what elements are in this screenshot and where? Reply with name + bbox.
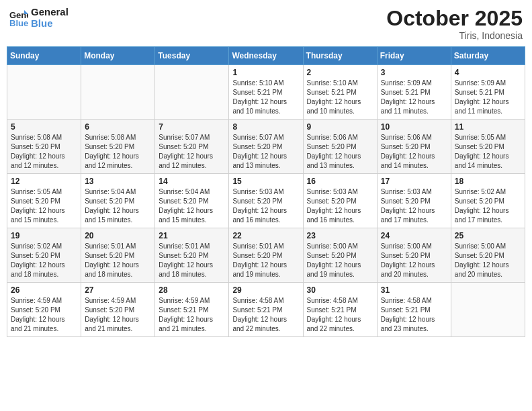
day-info-line: and 14 minutes. — [381, 161, 447, 171]
calendar-cell: 31Sunrise: 4:58 AMSunset: 5:21 PMDayligh… — [377, 283, 451, 337]
calendar-cell: 23Sunrise: 5:00 AMSunset: 5:20 PMDayligh… — [303, 228, 377, 283]
day-info-line: Sunrise: 5:06 AM — [381, 133, 447, 142]
day-number: 6 — [85, 122, 151, 132]
day-info-line: Daylight: 12 hours — [232, 152, 299, 161]
day-info-line: Sunset: 5:21 PM — [232, 88, 299, 97]
day-number: 17 — [381, 177, 447, 186]
calendar-cell: 5Sunrise: 5:08 AMSunset: 5:20 PMDaylight… — [7, 120, 81, 174]
day-info-line: and 20 minutes. — [381, 270, 447, 279]
day-info-line: Sunset: 5:20 PM — [85, 142, 151, 152]
day-info: Sunrise: 5:06 AMSunset: 5:20 PMDaylight:… — [381, 133, 447, 171]
day-info-line: Sunset: 5:20 PM — [381, 251, 447, 261]
day-info-line: and 13 minutes. — [232, 161, 299, 171]
calendar-body: 1Sunrise: 5:10 AMSunset: 5:21 PMDaylight… — [7, 65, 525, 337]
day-info-line: Sunset: 5:20 PM — [455, 251, 521, 261]
calendar-cell: 18Sunrise: 5:02 AMSunset: 5:20 PMDayligh… — [451, 174, 525, 228]
day-info: Sunrise: 5:09 AMSunset: 5:21 PMDaylight:… — [455, 79, 521, 116]
day-info: Sunrise: 5:07 AMSunset: 5:20 PMDaylight:… — [232, 133, 299, 171]
day-info-line: and 12 minutes. — [11, 161, 77, 171]
day-info-line: Sunset: 5:20 PM — [159, 142, 225, 152]
day-info-line: Sunrise: 4:58 AM — [232, 296, 299, 306]
day-info-line: Daylight: 12 hours — [455, 97, 521, 107]
day-info-line: Sunset: 5:20 PM — [11, 251, 77, 261]
day-info-line: and 18 minutes. — [159, 270, 225, 279]
day-info-line: Daylight: 12 hours — [307, 97, 373, 107]
day-info-line: Daylight: 12 hours — [307, 206, 373, 216]
day-number: 22 — [232, 231, 299, 240]
day-info-line: Sunrise: 4:59 AM — [85, 296, 151, 306]
day-number: 30 — [307, 285, 373, 295]
calendar-cell: 10Sunrise: 5:06 AMSunset: 5:20 PMDayligh… — [377, 120, 451, 174]
dow-header: Saturday — [451, 47, 525, 65]
calendar-cell: 1Sunrise: 5:10 AMSunset: 5:21 PMDaylight… — [229, 65, 303, 120]
day-info-line: Sunset: 5:20 PM — [455, 142, 521, 152]
day-info-line: Sunrise: 5:10 AM — [232, 79, 299, 88]
calendar-cell: 25Sunrise: 5:00 AMSunset: 5:20 PMDayligh… — [451, 228, 525, 283]
day-info: Sunrise: 4:58 AMSunset: 5:21 PMDaylight:… — [381, 296, 447, 334]
day-info-line: Daylight: 12 hours — [307, 315, 373, 324]
day-info-line: Daylight: 12 hours — [381, 315, 447, 324]
calendar-cell: 7Sunrise: 5:07 AMSunset: 5:20 PMDaylight… — [155, 120, 229, 174]
calendar-cell: 15Sunrise: 5:03 AMSunset: 5:20 PMDayligh… — [229, 174, 303, 228]
day-number: 3 — [381, 68, 447, 77]
day-info-line: Sunrise: 5:00 AM — [307, 242, 373, 251]
day-info-line: Daylight: 12 hours — [11, 206, 77, 216]
day-info-line: Daylight: 12 hours — [85, 152, 151, 161]
dow-header: Friday — [377, 47, 451, 65]
day-info-line: Daylight: 12 hours — [455, 152, 521, 161]
day-info-line: Sunset: 5:20 PM — [381, 197, 447, 206]
day-info-line: Sunrise: 5:04 AM — [159, 187, 225, 197]
day-info-line: and 19 minutes. — [307, 270, 373, 279]
day-info-line: and 23 minutes. — [381, 324, 447, 334]
day-info-line: Sunrise: 4:59 AM — [11, 296, 77, 306]
calendar-cell — [81, 65, 155, 120]
day-info-line: Daylight: 12 hours — [159, 152, 225, 161]
day-info-line: Daylight: 12 hours — [381, 206, 447, 216]
day-info-line: and 10 minutes. — [307, 107, 373, 116]
day-info-line: Sunrise: 5:02 AM — [455, 187, 521, 197]
calendar-cell: 22Sunrise: 5:01 AMSunset: 5:20 PMDayligh… — [229, 228, 303, 283]
day-number: 1 — [232, 68, 299, 77]
day-info: Sunrise: 5:01 AMSunset: 5:20 PMDaylight:… — [159, 242, 225, 279]
calendar-cell: 19Sunrise: 5:02 AMSunset: 5:20 PMDayligh… — [7, 228, 81, 283]
day-info-line: and 21 minutes. — [85, 324, 151, 334]
day-number: 18 — [455, 177, 521, 186]
day-info-line: Sunrise: 4:58 AM — [307, 296, 373, 306]
logo: General Blue General Blue — [9, 7, 69, 29]
calendar-cell — [7, 65, 81, 120]
calendar-cell: 16Sunrise: 5:03 AMSunset: 5:20 PMDayligh… — [303, 174, 377, 228]
day-info-line: Sunrise: 5:01 AM — [85, 242, 151, 251]
day-number: 31 — [381, 285, 447, 295]
day-info: Sunrise: 4:59 AMSunset: 5:20 PMDaylight:… — [85, 296, 151, 334]
day-info-line: and 16 minutes. — [232, 216, 299, 225]
day-number: 14 — [159, 177, 225, 186]
day-info: Sunrise: 5:02 AMSunset: 5:20 PMDaylight:… — [11, 242, 77, 279]
day-number: 5 — [11, 122, 77, 132]
day-number: 24 — [381, 231, 447, 240]
day-number: 29 — [232, 285, 299, 295]
day-number: 19 — [11, 231, 77, 240]
day-info-line: Sunrise: 5:07 AM — [159, 133, 225, 142]
day-info-line: Daylight: 12 hours — [307, 152, 373, 161]
dow-header: Sunday — [7, 47, 81, 65]
calendar-cell: 3Sunrise: 5:09 AMSunset: 5:21 PMDaylight… — [377, 65, 451, 120]
day-info: Sunrise: 5:03 AMSunset: 5:20 PMDaylight:… — [232, 187, 299, 225]
calendar-cell: 20Sunrise: 5:01 AMSunset: 5:20 PMDayligh… — [81, 228, 155, 283]
day-info-line: Sunrise: 5:04 AM — [85, 187, 151, 197]
day-info-line: and 14 minutes. — [455, 161, 521, 171]
day-info-line: Daylight: 12 hours — [232, 315, 299, 324]
day-info: Sunrise: 5:00 AMSunset: 5:20 PMDaylight:… — [455, 242, 521, 279]
calendar-cell: 17Sunrise: 5:03 AMSunset: 5:20 PMDayligh… — [377, 174, 451, 228]
day-info-line: Daylight: 12 hours — [381, 261, 447, 270]
day-info-line: Sunrise: 5:03 AM — [381, 187, 447, 197]
day-info-line: Sunrise: 5:01 AM — [232, 242, 299, 251]
calendar-cell: 13Sunrise: 5:04 AMSunset: 5:20 PMDayligh… — [81, 174, 155, 228]
day-info-line: Daylight: 12 hours — [159, 206, 225, 216]
day-info: Sunrise: 5:06 AMSunset: 5:20 PMDaylight:… — [307, 133, 373, 171]
day-info-line: Daylight: 12 hours — [307, 261, 373, 270]
calendar-week-row: 12Sunrise: 5:05 AMSunset: 5:20 PMDayligh… — [7, 174, 525, 228]
day-info-line: and 10 minutes. — [232, 107, 299, 116]
calendar-cell: 24Sunrise: 5:00 AMSunset: 5:20 PMDayligh… — [377, 228, 451, 283]
calendar-cell: 26Sunrise: 4:59 AMSunset: 5:20 PMDayligh… — [7, 283, 81, 337]
day-info: Sunrise: 4:59 AMSunset: 5:21 PMDaylight:… — [159, 296, 225, 334]
